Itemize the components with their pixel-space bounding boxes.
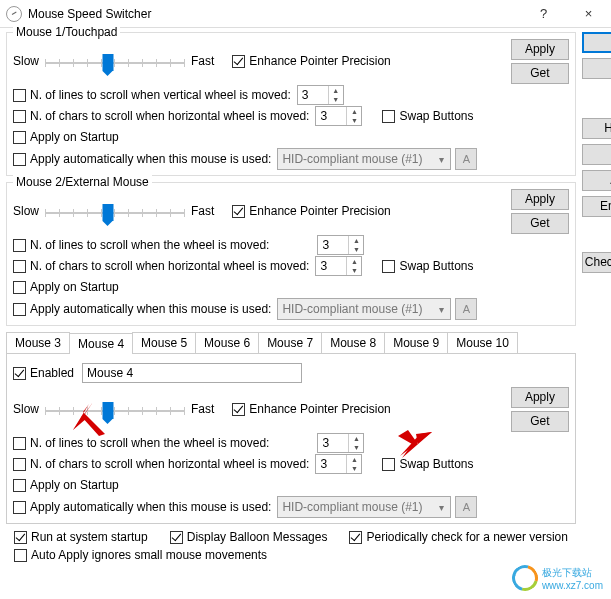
lines-spinner-m2[interactable]: ▲▼: [317, 235, 364, 255]
tab-mouse9[interactable]: Mouse 9: [384, 332, 448, 353]
titlebar: Mouse Speed Switcher ? ×: [0, 0, 611, 28]
hotkeys-button[interactable]: Hotkeys...: [582, 118, 611, 139]
startup-checkbox-m2[interactable]: [13, 281, 26, 294]
chars-spinner-m1[interactable]: ▲▼: [315, 106, 362, 126]
lines-checkbox-m4[interactable]: [13, 437, 26, 450]
balloon-label: Display Balloon Messages: [187, 530, 328, 544]
enabled-checkbox-m4[interactable]: [13, 367, 26, 380]
apply-button-m2[interactable]: Apply: [511, 189, 569, 210]
apply-button-m1[interactable]: Apply: [511, 39, 569, 60]
tab-mouse3[interactable]: Mouse 3: [6, 332, 70, 353]
mouse-tabs: Mouse 3 Mouse 4 Mouse 5 Mouse 6 Mouse 7 …: [6, 332, 576, 354]
enhance-checkbox-m1[interactable]: [232, 55, 245, 68]
enhance-label-m2: Enhance Pointer Precision: [249, 204, 390, 218]
swap-checkbox-m2[interactable]: [382, 260, 395, 273]
balloon-checkbox[interactable]: [170, 531, 183, 544]
startup-label-m2: Apply on Startup: [30, 280, 119, 294]
watermark-text1: 极光下载站: [542, 566, 603, 580]
auto-label-m2: Apply automatically when this mouse is u…: [30, 302, 271, 316]
enhance-checkbox-m2[interactable]: [232, 205, 245, 218]
swap-checkbox-m4[interactable]: [382, 458, 395, 471]
auto-checkbox-m1[interactable]: [13, 153, 26, 166]
periodic-label: Periodically check for a newer version: [366, 530, 567, 544]
enhance-label: Enhance Pointer Precision: [249, 54, 390, 68]
slow-label: Slow: [13, 54, 39, 68]
enabled-label: Enabled: [30, 366, 74, 380]
run-startup-label: Run at system startup: [31, 530, 148, 544]
enter-key-button[interactable]: Enter Key...: [582, 196, 611, 217]
swap-checkbox-m1[interactable]: [382, 110, 395, 123]
watermark-text2: www.xz7.com: [542, 580, 603, 591]
about-button[interactable]: About...: [582, 170, 611, 191]
a-button-m4[interactable]: A: [455, 496, 477, 518]
speed-slider-m4[interactable]: [45, 397, 185, 421]
auto-label-m1: Apply automatically when this mouse is u…: [30, 152, 271, 166]
autoignore-label: Auto Apply ignores small mouse movements: [31, 548, 267, 562]
speed-slider-m1[interactable]: [45, 49, 185, 73]
get-button-m4[interactable]: Get: [511, 411, 569, 432]
startup-checkbox-m1[interactable]: [13, 131, 26, 144]
cancel-button[interactable]: Cancel: [582, 58, 611, 79]
chars-checkbox-m2[interactable]: [13, 260, 26, 273]
tab-mouse7[interactable]: Mouse 7: [258, 332, 322, 353]
lines-spinner-m1[interactable]: ▲▼: [297, 85, 344, 105]
device-combo-m2[interactable]: HID-compliant mouse (#1): [277, 298, 451, 320]
periodic-checkbox[interactable]: [349, 531, 362, 544]
chars-label-m4: N. of chars to scroll when horizontal wh…: [30, 457, 309, 471]
chars-checkbox-m4[interactable]: [13, 458, 26, 471]
swap-label-m4: Swap Buttons: [399, 457, 473, 471]
chars-label-m1: N. of chars to scroll when horizontal wh…: [30, 109, 309, 123]
tab-mouse8[interactable]: Mouse 8: [321, 332, 385, 353]
tab-panel-mouse4: Enabled Slow Fast: [6, 354, 576, 524]
fast-label-m4: Fast: [191, 402, 214, 416]
slow-label-m4: Slow: [13, 402, 39, 416]
auto-checkbox-m4[interactable]: [13, 501, 26, 514]
help-button[interactable]: ?: [521, 0, 566, 28]
auto-checkbox-m2[interactable]: [13, 303, 26, 316]
tab-mouse5[interactable]: Mouse 5: [132, 332, 196, 353]
auto-label-m4: Apply automatically when this mouse is u…: [30, 500, 271, 514]
ok-button[interactable]: OK: [582, 32, 611, 53]
chars-checkbox-m1[interactable]: [13, 110, 26, 123]
startup-checkbox-m4[interactable]: [13, 479, 26, 492]
tab-mouse4[interactable]: Mouse 4: [69, 333, 133, 354]
enhance-checkbox-m4[interactable]: [232, 403, 245, 416]
speed-slider-m2[interactable]: [45, 199, 185, 223]
help-dialog-button[interactable]: Help...: [582, 144, 611, 165]
chars-label-m2: N. of chars to scroll when horizontal wh…: [30, 259, 309, 273]
group-mouse1: Mouse 1/Touchpad Slow Fast E: [6, 32, 576, 176]
watermark-logo-icon: [507, 560, 543, 596]
device-combo-m4[interactable]: HID-compliant mouse (#1): [277, 496, 451, 518]
lines-spinner-m4[interactable]: ▲▼: [317, 433, 364, 453]
lines-label-m4: N. of lines to scroll when the wheel is …: [30, 436, 269, 450]
slow-label-m2: Slow: [13, 204, 39, 218]
group-title-mouse2: Mouse 2/External Mouse: [13, 175, 152, 189]
chars-spinner-m2[interactable]: ▲▼: [315, 256, 362, 276]
tab-mouse6[interactable]: Mouse 6: [195, 332, 259, 353]
fast-label: Fast: [191, 54, 214, 68]
check-updates-button[interactable]: Check Updates...: [582, 252, 611, 273]
chars-spinner-m4[interactable]: ▲▼: [315, 454, 362, 474]
get-button-m1[interactable]: Get: [511, 63, 569, 84]
tab-mouse10[interactable]: Mouse 10: [447, 332, 518, 353]
watermark: 极光下载站 www.xz7.com: [512, 565, 603, 591]
device-combo-m1[interactable]: HID-compliant mouse (#1): [277, 148, 451, 170]
a-button-m2[interactable]: A: [455, 298, 477, 320]
swap-label-m2: Swap Buttons: [399, 259, 473, 273]
autoignore-checkbox[interactable]: [14, 549, 27, 562]
lines-checkbox-m2[interactable]: [13, 239, 26, 252]
apply-button-m4[interactable]: Apply: [511, 387, 569, 408]
group-title-mouse1: Mouse 1/Touchpad: [13, 25, 120, 39]
lines-checkbox-m1[interactable]: [13, 89, 26, 102]
get-button-m2[interactable]: Get: [511, 213, 569, 234]
group-mouse2: Mouse 2/External Mouse Slow Fast: [6, 182, 576, 326]
lines-label-m2: N. of lines to scroll when the wheel is …: [30, 238, 269, 252]
fast-label-m2: Fast: [191, 204, 214, 218]
run-startup-checkbox[interactable]: [14, 531, 27, 544]
lines-label-m1: N. of lines to scroll when vertical whee…: [30, 88, 291, 102]
swap-label-m1: Swap Buttons: [399, 109, 473, 123]
startup-label-m1: Apply on Startup: [30, 130, 119, 144]
a-button-m1[interactable]: A: [455, 148, 477, 170]
mouse-name-input-m4[interactable]: [82, 363, 302, 383]
close-button[interactable]: ×: [566, 0, 611, 28]
